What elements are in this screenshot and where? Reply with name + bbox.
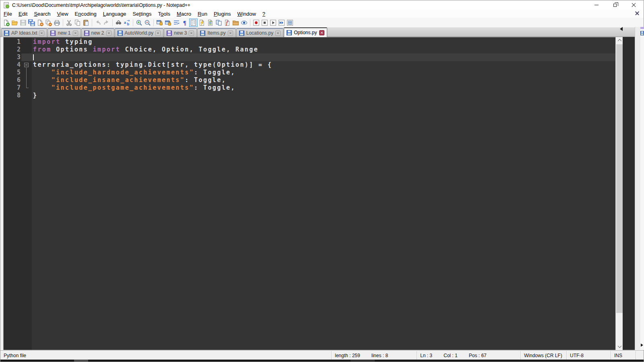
tab-close-icon[interactable] (106, 31, 111, 36)
code-text: "include_insane_achievements": Toggle, (32, 76, 615, 84)
tab-new-3[interactable]: new 3 (164, 28, 197, 37)
close-button[interactable] (624, 0, 643, 10)
print-button[interactable] (53, 19, 61, 27)
menu-item-tools[interactable]: Tools (155, 10, 173, 18)
scrollbar-thumb[interactable] (616, 44, 623, 313)
zoom-out-button[interactable] (143, 19, 152, 27)
code-line-2: 2from Options import Choice, Option, Tog… (4, 46, 615, 53)
function-list-button[interactable]: f (223, 19, 231, 27)
save-button[interactable] (19, 19, 27, 27)
dock-splitter[interactable] (635, 27, 640, 350)
tab-close-icon[interactable] (319, 30, 324, 35)
show-all-characters-button[interactable]: ¶ (181, 19, 189, 27)
copy-button[interactable] (73, 19, 82, 27)
macro-record-button[interactable] (252, 19, 260, 27)
menu-item-[interactable]: ? (259, 10, 268, 18)
fold-collapse-marker[interactable] (21, 61, 32, 69)
indent-guide-button[interactable] (189, 19, 198, 27)
tab-close-icon[interactable] (73, 31, 78, 36)
macro-save-button[interactable] (286, 19, 294, 27)
tab-label: Locations.py (246, 30, 273, 36)
fold-margin (21, 53, 32, 61)
menu-item-language[interactable]: Language (100, 10, 130, 18)
line-number: 8 (4, 92, 21, 99)
tab-items.py[interactable]: Items.py (197, 28, 235, 37)
document-list-button[interactable] (206, 19, 215, 27)
sync-vertical-button[interactable] (155, 19, 164, 27)
macro-run-multiple-button[interactable] (277, 19, 286, 27)
docked-panel-edge (640, 27, 644, 350)
word-wrap-button[interactable] (172, 19, 181, 27)
close-file-button[interactable] (36, 19, 44, 27)
menu-item-window[interactable]: Window (234, 10, 259, 18)
open-folder-button[interactable] (10, 19, 19, 27)
menu-item-plugins[interactable]: Plugins (211, 10, 234, 18)
tab-label: AP Ideas.txt (11, 30, 37, 36)
menu-item-run[interactable]: Run (194, 10, 211, 18)
tab-file-icon (239, 31, 244, 36)
minimize-button[interactable] (587, 0, 606, 10)
tab-close-icon[interactable] (39, 31, 44, 36)
panel-scroll-right-icon[interactable] (641, 343, 643, 347)
replace-button[interactable]: ab (123, 19, 131, 27)
code-token (33, 69, 52, 76)
code-text: "include_postgame_achievements": Toggle, (32, 84, 615, 92)
fold-margin (21, 38, 32, 46)
tab-close-icon[interactable] (228, 31, 233, 36)
tab-options.py[interactable]: Options.py (284, 27, 327, 37)
tab-scroll-left-icon[interactable] (620, 27, 623, 31)
scroll-up-icon[interactable] (616, 37, 623, 44)
tab-close-icon[interactable] (275, 31, 281, 36)
tab-autoworld.py[interactable]: AutoWorld.py (115, 28, 164, 37)
tab-close-icon[interactable] (189, 31, 194, 36)
menu-item-file[interactable]: File (0, 10, 15, 18)
new-file-button[interactable] (2, 19, 10, 27)
tab-new-2[interactable]: new 2 (81, 28, 114, 37)
status-eol-format[interactable]: Windows (CR LF) (520, 351, 566, 360)
status-insert-mode[interactable]: INS (611, 351, 636, 360)
folder-as-workspace-button[interactable] (231, 19, 240, 27)
menu-item-view[interactable]: View (54, 10, 72, 18)
zoom-in-button[interactable] (135, 19, 143, 27)
menu-item-encoding[interactable]: Encoding (72, 10, 100, 18)
menu-item-search[interactable]: Search (31, 10, 54, 18)
monitoring-button[interactable] (240, 19, 248, 27)
macro-stop-button[interactable] (260, 19, 269, 27)
tab-close-icon[interactable] (155, 31, 161, 36)
svg-text:b: b (127, 22, 130, 26)
tab-label: new 1 (58, 30, 70, 36)
code-editor[interactable]: 1import typing2from Options import Choic… (3, 37, 615, 350)
toolbar-group (252, 19, 294, 27)
close-document-icon[interactable] (635, 11, 640, 16)
undo-button[interactable] (94, 19, 102, 27)
close-all-button[interactable] (44, 19, 53, 27)
status-encoding[interactable]: UTF-8 (566, 351, 611, 360)
find-button[interactable] (114, 19, 123, 27)
restore-button[interactable] (606, 0, 624, 10)
scroll-down-icon[interactable] (616, 343, 623, 350)
line-number: 2 (4, 46, 21, 53)
cut-button[interactable] (65, 19, 73, 27)
menu-item-edit[interactable]: Edit (15, 10, 31, 18)
toolbar-separator (92, 19, 92, 26)
sync-horizontal-button[interactable] (164, 19, 172, 27)
toolbar-group (65, 19, 90, 27)
redo-button[interactable] (102, 19, 111, 27)
tab-locations.py[interactable]: Locations.py (236, 28, 283, 37)
tab-new-1[interactable]: new 1 (47, 28, 80, 37)
menu-item-settings[interactable]: Settings (130, 10, 155, 18)
code-token (33, 76, 52, 84)
tab-ap-ideas.txt[interactable]: AP Ideas.txt (1, 28, 47, 37)
doc-switcher-button[interactable] (215, 19, 223, 27)
menu-item-macro[interactable]: Macro (173, 10, 194, 18)
toolbar-separator (153, 19, 154, 26)
save-all-button[interactable] (27, 19, 36, 27)
macro-run-multiple-icon (278, 19, 285, 26)
vertical-scrollbar[interactable] (615, 37, 623, 350)
document-list-icon (207, 19, 214, 26)
paste-button[interactable] (82, 19, 90, 27)
code-line-7: 7 "include_postgame_achievements": Toggl… (4, 84, 615, 92)
doc-map-button[interactable] (198, 19, 206, 27)
close-all-icon (45, 19, 52, 26)
macro-play-button[interactable] (269, 19, 277, 27)
